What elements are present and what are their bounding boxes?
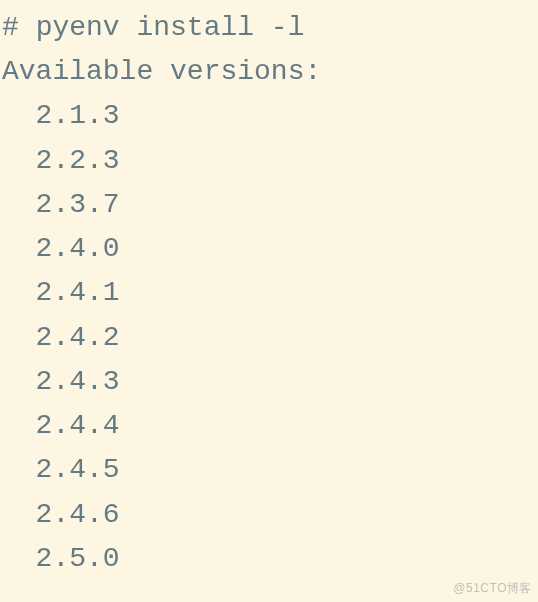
command-line: # pyenv install -l (0, 6, 538, 50)
watermark-text: @51CTO博客 (453, 579, 532, 598)
version-text: 2.4.1 (36, 277, 120, 308)
version-text: 2.3.7 (36, 189, 120, 220)
version-item: 2.4.6 (0, 493, 538, 537)
version-item: 2.4.4 (0, 404, 538, 448)
version-text: 2.5.0 (36, 543, 120, 574)
output-header: Available versions: (0, 50, 538, 94)
version-item: 2.3.7 (0, 183, 538, 227)
version-item: 2.4.3 (0, 360, 538, 404)
version-text: 2.4.5 (36, 454, 120, 485)
version-item: 2.4.2 (0, 316, 538, 360)
version-item: 2.4.0 (0, 227, 538, 271)
version-text: 2.4.2 (36, 322, 120, 353)
prompt-char: # (2, 12, 19, 43)
version-text: 2.4.0 (36, 233, 120, 264)
version-text: 2.4.4 (36, 410, 120, 441)
version-text: 2.1.3 (36, 100, 120, 131)
version-item: 2.2.3 (0, 139, 538, 183)
version-item: 2.1.3 (0, 94, 538, 138)
version-text: 2.4.3 (36, 366, 120, 397)
version-text: 2.4.6 (36, 499, 120, 530)
version-text: 2.2.3 (36, 145, 120, 176)
version-item: 2.4.5 (0, 448, 538, 492)
command-text: pyenv install -l (36, 12, 305, 43)
version-item: 2.5.0 (0, 537, 538, 581)
version-item: 2.4.1 (0, 271, 538, 315)
terminal-output: # pyenv install -l Available versions: 2… (0, 6, 538, 602)
